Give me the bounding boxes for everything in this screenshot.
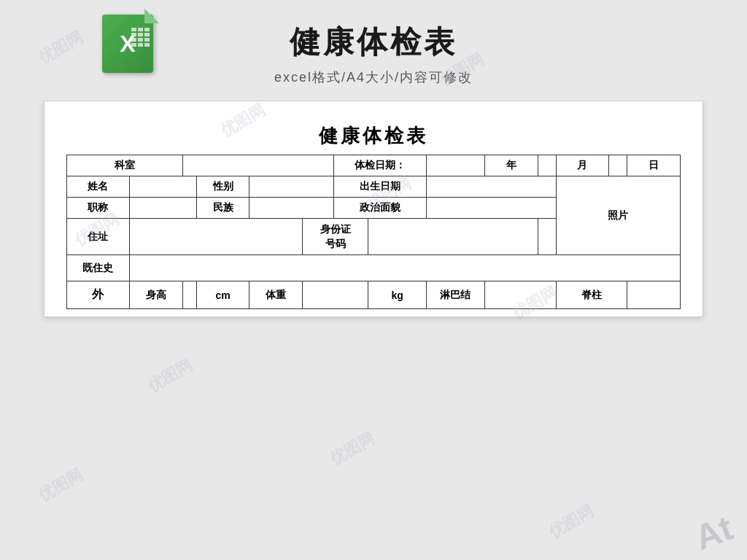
exam-date-label: 体检日期： — [334, 155, 427, 176]
history-label: 既住史 — [67, 255, 130, 281]
address-label: 住址 — [67, 219, 130, 255]
ethnicity-label: 民族 — [196, 198, 249, 219]
excel-grid — [129, 26, 152, 49]
birth-label: 出生日期 — [334, 176, 427, 198]
political-label: 政治面貌 — [334, 198, 427, 219]
day-label: 日 — [627, 155, 681, 176]
ethnicity-value — [249, 198, 334, 219]
weight-label: 体重 — [249, 281, 303, 309]
table-row: 姓名 性别 出生日期 照片 — [67, 176, 681, 198]
health-table: 科室 体检日期： 年 月 日 姓名 性别 出生日期 照片 职称 民族 政治面貌 — [66, 155, 681, 309]
document-title: 健康体检表 — [66, 116, 681, 155]
table-row: 既住史 — [67, 255, 681, 281]
exam-date-value — [426, 155, 484, 176]
lymph-label: 淋巴结 — [426, 281, 484, 309]
height-unit: cm — [196, 281, 249, 309]
id-label: 身份证 号码 — [303, 219, 368, 255]
id-value — [368, 219, 538, 255]
title-value — [129, 198, 196, 219]
department-label: 科室 — [67, 155, 183, 176]
department-value — [182, 155, 334, 176]
weight-unit: kg — [368, 281, 427, 309]
year-label: 年 — [484, 155, 538, 176]
lymph-value — [484, 281, 556, 309]
address-value — [129, 219, 302, 255]
height-label: 身高 — [129, 281, 182, 309]
month-label: 月 — [556, 155, 609, 176]
excel-icon: X — [102, 15, 160, 80]
year-value — [538, 155, 556, 176]
table-row: 外 身高 cm 体重 kg 淋巴结 脊柱 — [67, 281, 681, 309]
weight-value — [303, 281, 368, 309]
document-preview: 健康体检表 科室 体检日期： 年 月 日 姓名 性别 出生日期 照片 职称 — [44, 101, 703, 317]
name-value — [129, 176, 196, 198]
gender-label: 性别 — [196, 176, 249, 198]
external-label: 外 — [67, 281, 130, 309]
bottom-watermark: At — [689, 508, 738, 558]
table-row: 科室 体检日期： 年 月 日 — [67, 155, 681, 176]
history-value — [129, 255, 680, 281]
political-value — [426, 198, 556, 219]
spine-value — [627, 281, 681, 309]
birth-value — [426, 176, 556, 198]
gender-value — [249, 176, 334, 198]
spine-label: 脊柱 — [556, 281, 627, 309]
name-label: 姓名 — [67, 176, 130, 198]
photo-label: 照片 — [556, 176, 680, 255]
height-value — [182, 281, 196, 309]
header-area: X 健康体检表 excel格式/A4大小/内容可修改 — [0, 0, 747, 101]
title-label: 职称 — [67, 198, 130, 219]
month-value — [609, 155, 627, 176]
